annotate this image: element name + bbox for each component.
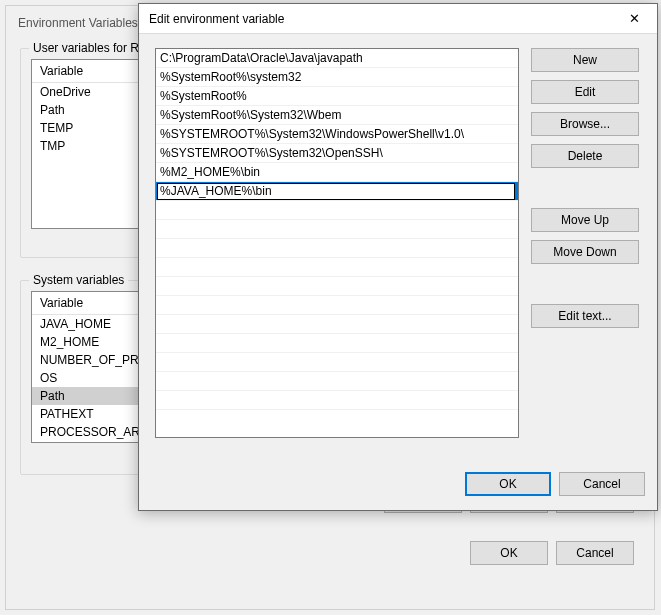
bg-cancel-button[interactable]: Cancel — [556, 541, 634, 565]
list-item[interactable]: %SystemRoot%\System32\Wbem — [156, 106, 518, 125]
path-list[interactable]: C:\ProgramData\Oracle\Java\javapath %Sys… — [155, 48, 519, 438]
move-up-button[interactable]: Move Up — [531, 208, 639, 232]
dialog-body: C:\ProgramData\Oracle\Java\javapath %Sys… — [139, 34, 657, 462]
list-item[interactable] — [156, 391, 518, 410]
list-item[interactable] — [156, 410, 518, 429]
spacer — [531, 272, 639, 296]
move-down-button[interactable]: Move Down — [531, 240, 639, 264]
system-vars-group-title: System variables — [29, 273, 128, 287]
path-edit-input[interactable] — [157, 183, 515, 200]
bg-ok-button[interactable]: OK — [470, 541, 548, 565]
list-item[interactable] — [156, 258, 518, 277]
ok-button[interactable]: OK — [465, 472, 551, 496]
edit-env-var-dialog: Edit environment variable ✕ C:\ProgramDa… — [138, 3, 658, 511]
list-item[interactable]: C:\ProgramData\Oracle\Java\javapath — [156, 49, 518, 68]
list-item[interactable] — [156, 201, 518, 220]
list-item[interactable] — [156, 220, 518, 239]
list-item[interactable]: %SYSTEMROOT%\System32\WindowsPowerShell\… — [156, 125, 518, 144]
list-item[interactable]: %SYSTEMROOT%\System32\OpenSSH\ — [156, 144, 518, 163]
list-item-editing[interactable] — [156, 182, 518, 201]
bg-footer-buttons: OK Cancel — [6, 535, 654, 571]
list-item[interactable] — [156, 239, 518, 258]
list-item[interactable]: %SystemRoot% — [156, 87, 518, 106]
new-button[interactable]: New — [531, 48, 639, 72]
user-vars-group-title: User variables for RA — [29, 41, 151, 55]
list-item[interactable] — [156, 315, 518, 334]
browse-button[interactable]: Browse... — [531, 112, 639, 136]
list-item[interactable] — [156, 353, 518, 372]
dialog-footer: OK Cancel — [139, 462, 657, 510]
close-button[interactable]: ✕ — [611, 4, 657, 34]
cancel-button[interactable]: Cancel — [559, 472, 645, 496]
spacer — [531, 176, 639, 200]
dialog-title: Edit environment variable — [149, 12, 284, 26]
list-item[interactable] — [156, 277, 518, 296]
titlebar[interactable]: Edit environment variable ✕ — [139, 4, 657, 34]
close-icon: ✕ — [629, 12, 640, 25]
delete-button[interactable]: Delete — [531, 144, 639, 168]
edit-button[interactable]: Edit — [531, 80, 639, 104]
list-item[interactable] — [156, 296, 518, 315]
list-item[interactable]: %SystemRoot%\system32 — [156, 68, 518, 87]
list-item[interactable] — [156, 372, 518, 391]
list-item[interactable] — [156, 334, 518, 353]
list-item[interactable]: %M2_HOME%\bin — [156, 163, 518, 182]
edit-text-button[interactable]: Edit text... — [531, 304, 639, 328]
side-buttons: New Edit Browse... Delete Move Up Move D… — [531, 48, 639, 452]
